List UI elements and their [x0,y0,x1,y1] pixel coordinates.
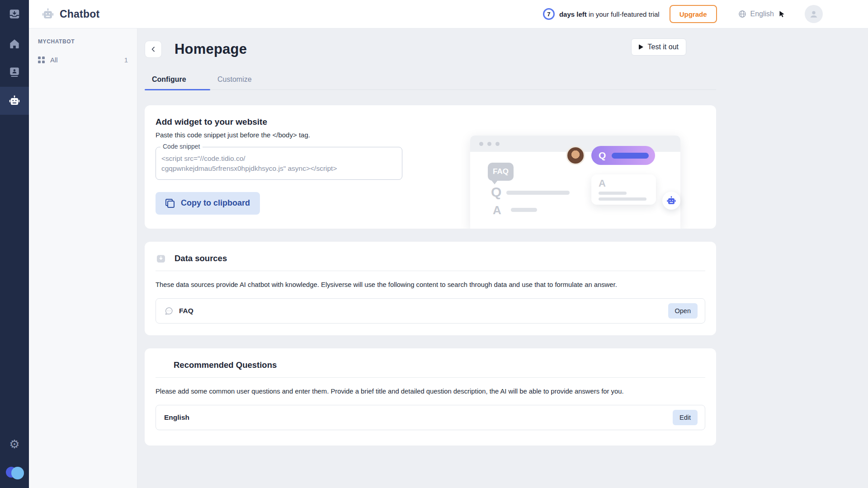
edit-button[interactable]: Edit [673,410,698,425]
answer-letter: A [493,203,501,217]
copy-to-clipboard-label: Copy to clipboard [181,198,250,208]
brand: Chatbot [29,8,99,20]
pill-placeholder-bar [612,153,649,159]
trial-text: days left in your full-featured trial [559,10,660,18]
question-letter: Q [491,184,501,200]
company-logo[interactable] [0,459,29,487]
page-header: Homepage Test it out [145,37,716,62]
open-button[interactable]: Open [668,303,698,319]
data-source-label: FAQ [164,306,193,316]
recommended-questions-header: Recommended Questions [156,358,705,372]
gear-icon: ⚙ [9,438,19,450]
nav-inbox[interactable] [0,0,29,28]
question-placeholder-line [506,191,570,195]
chatbot-sidebar: MYCHATBOT All 1 [29,28,137,488]
widget-illustration: FAQ Q A Q A [470,136,680,229]
copy-icon [165,199,175,208]
code-snippet-text: <script src="//code.tidio.co/ cgqpwnkejd… [161,154,396,174]
test-it-out-button[interactable]: Test it out [631,38,686,56]
data-sources-description: These data sources provide AI chatbot wi… [156,281,705,288]
divider [156,271,705,271]
upgrade-button[interactable]: Upgrade [670,5,717,23]
top-bar: Chatbot 7 days left in your full-feature… [29,0,868,28]
nav-chatbot[interactable] [0,87,29,115]
data-sources-title: Data sources [175,253,227,263]
recommended-questions-title: Recommended Questions [174,360,277,370]
chevron-left-icon [149,45,158,54]
play-icon [639,44,643,50]
divider [156,377,705,378]
sidebar-item-all[interactable]: All 1 [38,52,128,67]
main-content: Homepage Test it out Configure Customize… [137,28,868,488]
contact-card-icon [9,66,20,78]
globe-icon [738,9,747,19]
sidebar-item-label: All [50,56,58,64]
language-label: English [750,10,774,18]
tab-bar: Configure Customize [145,70,716,90]
recommended-questions-card: Recommended Questions Please add some co… [145,348,716,446]
user-photo-avatar [566,146,585,165]
data-sources-card: Data sources These data sources provide … [145,242,716,335]
speech-bubble-icon [164,306,174,316]
tab-customize[interactable]: Customize [210,70,276,89]
faq-bubble-icon: FAQ [488,163,514,181]
data-sources-icon [156,253,166,264]
home-icon [9,38,20,50]
language-selector[interactable]: English [738,9,774,19]
trial-days-badge: 7 [543,8,555,20]
tab-configure[interactable]: Configure [145,70,210,89]
mouse-cursor-icon [778,10,786,18]
grid-icon [38,56,45,63]
code-snippet-label: Code snippet [160,143,203,150]
sidebar-item-count: 1 [124,56,128,64]
robot-icon [9,95,20,107]
mini-card-line-1 [599,192,627,195]
code-snippet-field[interactable]: Code snippet <script src="//code.tidio.c… [156,147,402,180]
mini-card-line-2 [599,197,646,201]
answer-mini-card: A [591,174,656,205]
mini-card-answer-letter: A [599,178,606,189]
pill-question-letter: Q [599,150,606,161]
back-button[interactable] [145,41,162,58]
nav-settings[interactable]: ⚙ [0,430,29,458]
recommended-questions-description: Please add some common user questions an… [156,388,705,395]
data-source-row: FAQ Open [156,298,705,324]
test-it-out-label: Test it out [648,43,679,51]
inbox-icon [9,8,20,20]
question-language-label: English [164,413,189,422]
recommended-question-row: English Edit [156,405,705,430]
nav-home[interactable] [0,30,29,58]
page-title: Homepage [175,41,247,57]
trial-banner: 7 days left in your full-featured trial [543,8,660,20]
nav-contacts[interactable] [0,58,29,86]
data-source-name: FAQ [179,307,193,315]
sidebar-section-label: MYCHATBOT [38,38,128,45]
app-title: Chatbot [60,8,99,20]
copy-to-clipboard-button[interactable]: Copy to clipboard [156,192,260,215]
add-widget-card: Add widget to your website Paste this co… [145,105,716,229]
answer-placeholder-line [511,208,537,212]
robot-badge-icon [662,192,680,210]
main-nav-rail: ⚙ [0,0,29,488]
logo-icon [6,467,23,479]
user-avatar[interactable] [805,5,823,23]
question-pill: Q [591,146,655,165]
top-bar-right: 7 days left in your full-featured trial … [543,5,868,23]
widget-card-title: Add widget to your website [156,117,705,127]
chatbot-robot-icon [42,8,54,20]
data-sources-header: Data sources [156,252,705,265]
